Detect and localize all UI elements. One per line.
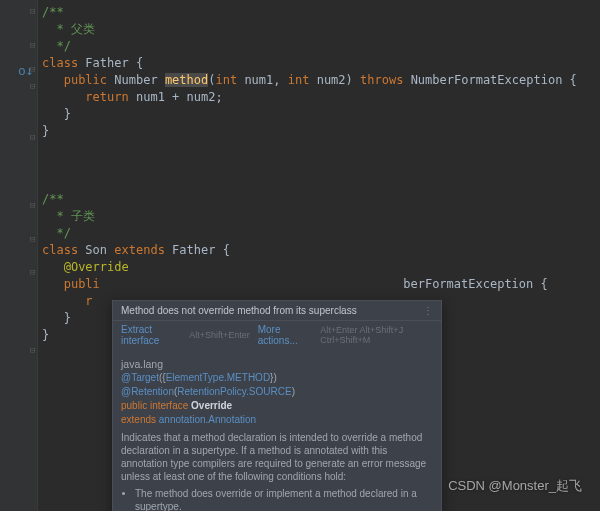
inspection-popup: Method does not override method from its… [112, 300, 442, 511]
editor-gutter: o↓ ⊟ ⊟ ⊟ ⊟ ⊟ ⊟ ⊟ ⊟ ⊟ [0, 0, 38, 511]
fold-handle[interactable]: ⊟ [30, 200, 35, 210]
shortcut-hint: Alt+Enter Alt+Shift+J Ctrl+Shift+M [320, 325, 433, 345]
doc-description: Indicates that a method declaration is i… [121, 432, 426, 482]
comment: /** [42, 5, 64, 19]
fold-handle[interactable]: ⊟ [30, 345, 35, 355]
extract-interface-action[interactable]: Extract interface [121, 324, 181, 346]
more-icon[interactable]: ⋮ [423, 305, 433, 316]
more-actions-link[interactable]: More actions... [258, 324, 313, 346]
shortcut-hint: Alt+Shift+Enter [189, 330, 250, 340]
fold-handle[interactable]: ⊟ [30, 132, 35, 142]
fold-handle[interactable]: ⊟ [30, 267, 35, 277]
fold-handle[interactable]: ⊟ [30, 40, 35, 50]
code-editor[interactable]: /** * 父类 */ class Father { public Number… [42, 4, 577, 344]
fold-handle[interactable]: ⊟ [30, 64, 35, 74]
fold-handle[interactable]: ⊟ [30, 6, 35, 16]
popup-body: java.lang @Target({ElementType.METHOD}) … [113, 351, 441, 511]
popup-title: Method does not override method from its… [121, 305, 357, 316]
watermark: CSDN @Monster_起飞 [448, 477, 582, 495]
fold-handle[interactable]: ⊟ [30, 234, 35, 244]
method-name-highlighted: method [165, 73, 208, 87]
package-label: java.lang [121, 357, 433, 371]
override-annotation: @Override [64, 260, 129, 274]
doc-list-item: The method does override or implement a … [135, 487, 433, 511]
fold-handle[interactable]: ⊟ [30, 81, 35, 91]
